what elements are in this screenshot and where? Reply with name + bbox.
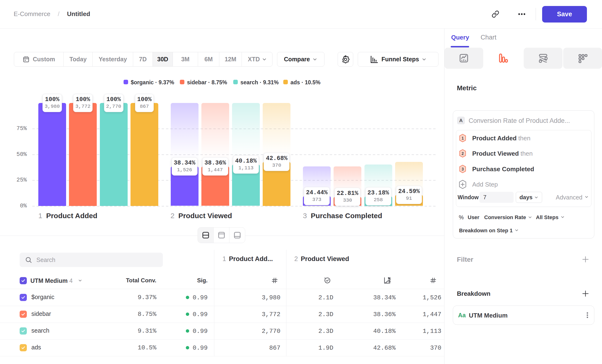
svg-text:3: 3 [462, 167, 463, 171]
svg-text:1: 1 [462, 136, 463, 140]
svg-text:2: 2 [462, 151, 463, 156]
